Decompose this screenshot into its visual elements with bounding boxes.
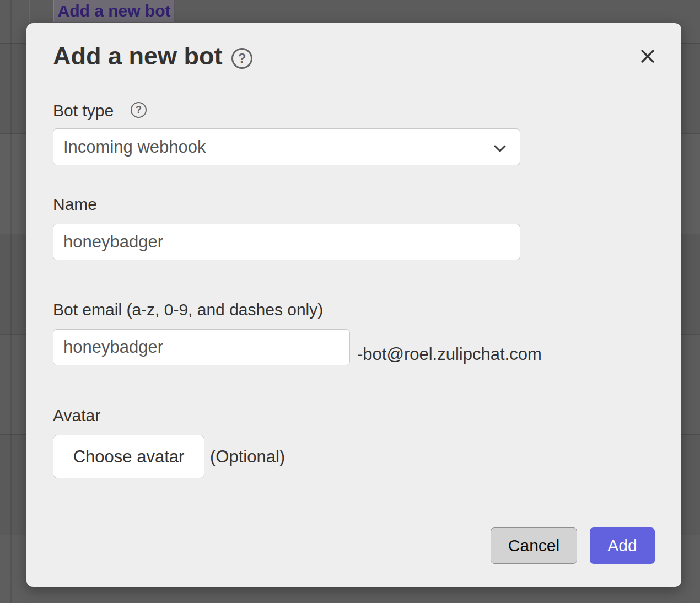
add-bot-tab-label: Add a new bot: [58, 0, 171, 20]
question-mark-glyph: ?: [238, 51, 246, 66]
bot-type-select[interactable]: Incoming webhook: [53, 128, 520, 165]
bot-email-label: Bot email (a-z, 0-9, and dashes only): [53, 300, 323, 320]
add-button[interactable]: Add: [590, 527, 655, 564]
question-mark-glyph: ?: [136, 104, 142, 116]
bg-topbar-divider: [29, 0, 30, 22]
bot-email-domain-suffix: -bot@roel.zulipchat.com: [357, 336, 542, 373]
close-icon: [640, 49, 655, 66]
close-button[interactable]: [637, 46, 658, 67]
bot-type-selected-value: Incoming webhook: [63, 137, 206, 157]
cancel-button[interactable]: Cancel: [491, 527, 577, 564]
avatar-label: Avatar: [53, 406, 100, 426]
bg-column-divider: [10, 0, 12, 603]
bg-topbar: Add a new bot: [0, 0, 700, 22]
choose-avatar-button[interactable]: Choose avatar: [53, 435, 204, 478]
bot-name-label: Name: [53, 195, 97, 214]
add-bot-modal: Add a new bot ? Bot type ? Incoming webh…: [26, 23, 681, 587]
avatar-optional-note: (Optional): [210, 435, 285, 478]
add-bot-tab-behind-overlay: Add a new bot: [53, 0, 175, 22]
chevron-down-icon: [493, 137, 507, 157]
bot-name-input[interactable]: [53, 224, 520, 260]
bot-email-input[interactable]: [53, 329, 350, 365]
bot-type-label: Bot type: [53, 101, 114, 121]
title-help-icon[interactable]: ?: [231, 48, 252, 69]
bot-type-help-icon[interactable]: ?: [131, 102, 147, 118]
modal-title: Add a new bot: [53, 43, 223, 69]
